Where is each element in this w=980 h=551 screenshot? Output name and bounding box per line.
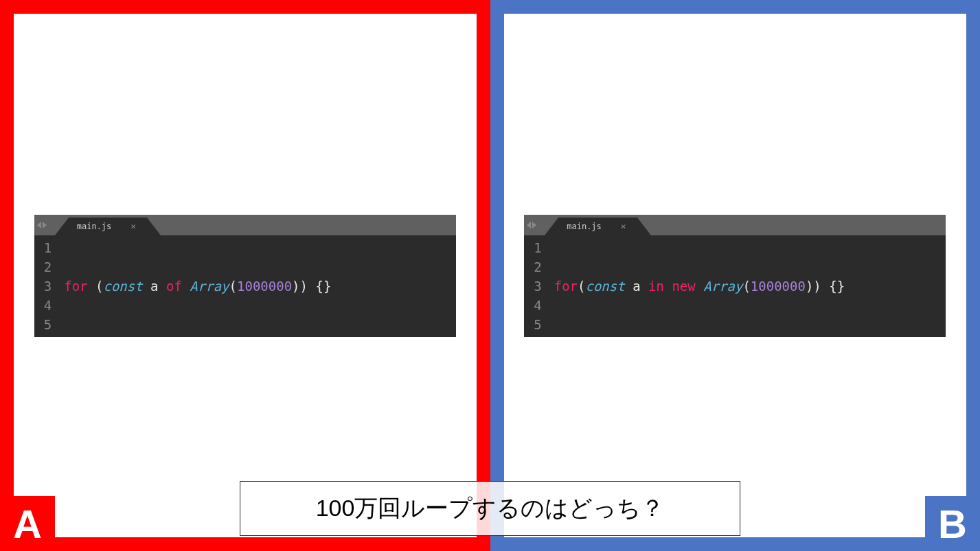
arrow-right-icon[interactable] (532, 222, 536, 228)
line-number: 2 (44, 257, 52, 277)
tab-nav-arrows (34, 215, 49, 235)
tab-nav-arrows (524, 215, 539, 235)
line-number: 4 (44, 296, 52, 315)
file-tab[interactable]: main.js × (558, 218, 637, 235)
arrow-left-icon[interactable] (527, 222, 531, 228)
code-area: 1 2 3 4 5 for(const a in new Array(10000… (524, 235, 946, 337)
arrow-left-icon[interactable] (37, 222, 41, 228)
line-gutter: 1 2 3 4 5 (524, 238, 551, 334)
line-number: 4 (534, 296, 541, 315)
panel-a[interactable]: main.js × 1 2 3 4 5 for (const a of Arra… (0, 0, 490, 551)
option-b-label[interactable]: B (925, 496, 980, 551)
line-number: 3 (44, 277, 52, 296)
code-editor-a: main.js × 1 2 3 4 5 for (const a of Arra… (34, 215, 456, 337)
line-number: 5 (534, 315, 541, 334)
comparison-container: main.js × 1 2 3 4 5 for (const a of Arra… (0, 0, 980, 551)
line-number: 1 (534, 238, 541, 257)
tab-filename: main.js (567, 222, 602, 231)
code-content: for (const a of Array(1000000)) {} (61, 238, 334, 334)
line-number: 2 (534, 257, 541, 277)
code-line: for(const a in new Array(1000000)) {} (554, 277, 845, 296)
code-editor-b: main.js × 1 2 3 4 5 for(const a in new A… (524, 215, 946, 337)
file-tab[interactable]: main.js × (69, 218, 147, 235)
close-icon[interactable]: × (621, 221, 626, 231)
close-icon[interactable]: × (130, 221, 136, 231)
panel-b[interactable]: main.js × 1 2 3 4 5 for(const a in new A… (490, 0, 981, 551)
code-area: 1 2 3 4 5 for (const a of Array(1000000)… (34, 235, 456, 337)
line-number: 3 (534, 277, 541, 296)
code-content: for(const a in new Array(1000000)) {} (551, 238, 847, 334)
option-a-label[interactable]: A (0, 496, 55, 551)
line-gutter: 1 2 3 4 5 (34, 238, 61, 334)
tab-filename: main.js (77, 222, 112, 231)
tab-bar: main.js × (34, 215, 456, 235)
line-number: 5 (44, 315, 52, 334)
code-line: for (const a of Array(1000000)) {} (64, 277, 331, 296)
question-text: 100万回ループするのはどっち？ (240, 481, 741, 536)
arrow-right-icon[interactable] (43, 222, 47, 228)
line-number: 1 (44, 238, 52, 257)
tab-bar: main.js × (524, 215, 946, 235)
